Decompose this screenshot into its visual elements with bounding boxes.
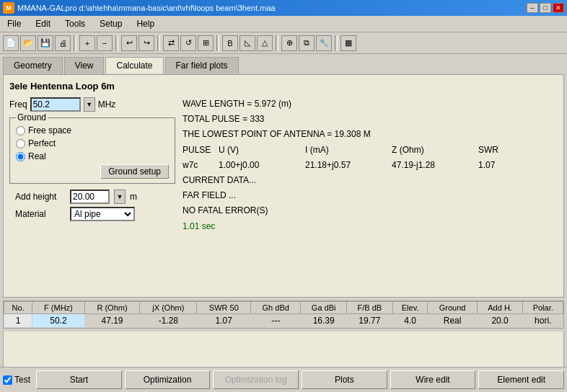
pulse-data-row: w7c 1.00+j0.00 21.18+j0.57 47.19-j1.28 1… — [183, 159, 558, 172]
right-panel: WAVE LENGTH = 5.972 (m) TOTAL PULSE = 33… — [183, 97, 558, 235]
radio-freespace[interactable]: Free space — [16, 125, 169, 135]
add-height-label: Add height — [15, 192, 66, 202]
add-height-row: Add height ▼ m — [9, 190, 175, 204]
extra-line-0: CURRENT DATA... — [183, 174, 558, 187]
title-bar: M MMANA-GALpro d:\ahtehha\mmana-basic\an… — [0, 0, 567, 16]
tb-rotate[interactable]: ↺ — [180, 35, 196, 51]
add-height-dropdown[interactable]: ▼ — [114, 190, 126, 204]
pulse-header-row: PULSE U (V) I (mA) Z (Ohm) SWR — [183, 143, 558, 157]
tabs: Geometry View Calculate Far field plots — [0, 54, 567, 74]
freq-unit: MHz — [98, 99, 116, 110]
start-button[interactable]: Start — [36, 370, 122, 389]
info-lowestpoint: THE LOWEST POINT OF ANTENNA = 19.308 M — [183, 128, 558, 141]
th-gadbi: Ga dBi — [301, 302, 347, 314]
td-ground: Real — [428, 314, 477, 328]
ground-setup-button[interactable]: Ground setup — [100, 164, 169, 179]
td-gadbi: 16.39 — [301, 314, 347, 328]
th-freq: F (MHz) — [32, 302, 85, 314]
tb-b1[interactable]: B — [222, 35, 238, 51]
plots-button[interactable]: Plots — [302, 370, 387, 389]
radio-perfect-label: Perfect — [28, 138, 56, 148]
tb-new[interactable]: 📄 — [3, 35, 19, 51]
extra-line-3: 1.01 sec — [183, 220, 558, 233]
menu-setup[interactable]: Setup — [95, 17, 126, 30]
th-elev: Elev. — [392, 302, 428, 314]
tb-grid[interactable]: ⊞ — [198, 35, 214, 51]
td-freq: 50.2 — [32, 314, 85, 328]
table-row[interactable]: 1 50.2 47.19 -1.28 1.07 --- 16.39 19.77 … — [4, 314, 563, 328]
tb-sub[interactable]: − — [97, 35, 113, 51]
th-addh: Add H. — [477, 302, 523, 314]
maximize-button[interactable]: □ — [540, 3, 551, 13]
tb-copy[interactable]: ⧉ — [299, 35, 315, 51]
td-swr50: 1.07 — [197, 314, 251, 328]
td-elev: 4.0 — [392, 314, 428, 328]
td-rohm: 47.19 — [84, 314, 139, 328]
test-checkbox[interactable] — [3, 375, 12, 385]
tb-b3[interactable]: △ — [257, 35, 273, 51]
radio-perfect-input[interactable] — [16, 139, 25, 148]
tb-undo[interactable]: ↩ — [121, 35, 137, 51]
add-height-input[interactable] — [70, 190, 110, 204]
menu-bar: File Edit Tools Setup Help — [0, 16, 567, 32]
tab-calculate[interactable]: Calculate — [105, 57, 163, 74]
radio-real-input[interactable] — [16, 152, 25, 161]
tb-wrench[interactable]: 🔧 — [316, 35, 332, 51]
freq-row: Freq ▼ MHz — [9, 97, 175, 112]
tab-view[interactable]: View — [64, 57, 105, 74]
freq-dropdown[interactable]: ▼ — [84, 97, 95, 112]
menu-file[interactable]: File — [3, 17, 25, 30]
td-ghdbd: --- — [251, 314, 301, 328]
extra-line-2: NO FATAL ERROR(S) — [183, 204, 558, 218]
add-height-unit: m — [130, 192, 137, 202]
material-select[interactable]: Al pipe — [70, 207, 135, 221]
tb-crosshair[interactable]: ⊕ — [281, 35, 297, 51]
tb-print[interactable]: 🖨 — [55, 35, 71, 51]
th-no: No. — [4, 302, 32, 314]
optimization-log-button[interactable]: Optimization log — [213, 370, 299, 389]
tb-add[interactable]: + — [79, 35, 95, 51]
element-edit-button[interactable]: Element edit — [478, 370, 564, 389]
td-fbdb: 19.77 — [347, 314, 393, 328]
tab-geometry[interactable]: Geometry — [3, 57, 63, 74]
data-table-wrapper: No. F (MHz) R (Ohm) jX (Ohm) SWR 50 Gh d… — [3, 300, 564, 329]
menu-tools[interactable]: Tools — [61, 17, 89, 30]
radio-freespace-input[interactable] — [16, 126, 25, 135]
tb-sep2 — [115, 35, 118, 51]
pulse-header-0: PULSE — [183, 143, 219, 157]
bottom-bar: Test Start Optimization Optimization log… — [0, 367, 567, 392]
tb-save[interactable]: 💾 — [38, 35, 53, 51]
pulse-header-2: I (mA) — [305, 143, 392, 157]
left-panel: Freq ▼ MHz Ground Free space Perfect Rea… — [9, 97, 175, 235]
test-label: Test — [14, 375, 30, 385]
radio-freespace-label: Free space — [28, 125, 71, 135]
tb-b2[interactable]: ◺ — [239, 35, 255, 51]
radio-real[interactable]: Real — [16, 151, 169, 161]
tab-farfield[interactable]: Far field plots — [165, 57, 239, 74]
optimization-button[interactable]: Optimization — [125, 370, 211, 389]
close-button[interactable]: ✕ — [553, 3, 564, 13]
freq-input[interactable] — [30, 97, 81, 112]
th-fbdb: F/B dB — [347, 302, 393, 314]
app-icon: M — [3, 2, 14, 14]
pulse-data-1: 1.00+j0.00 — [219, 159, 305, 172]
td-jxohm: -1.28 — [140, 314, 197, 328]
tb-sep6 — [335, 35, 338, 51]
material-row: Material Al pipe — [9, 207, 175, 221]
menu-edit[interactable]: Edit — [31, 17, 55, 30]
pulse-header-3: Z (Ohm) — [392, 143, 478, 157]
tb-open[interactable]: 📂 — [20, 35, 36, 51]
toolbar: 📄 📂 💾 🖨 + − ↩ ↪ ⇄ ↺ ⊞ B ◺ △ ⊕ ⧉ 🔧 ▦ — [0, 32, 567, 54]
th-rohm: R (Ohm) — [84, 302, 139, 314]
ground-group: Ground Free space Perfect Real Ground se… — [9, 117, 175, 184]
tb-table[interactable]: ▦ — [340, 35, 356, 51]
pulse-data-4: 1.07 — [478, 159, 522, 172]
tb-redo[interactable]: ↪ — [139, 35, 154, 51]
wire-edit-button[interactable]: Wire edit — [390, 370, 476, 389]
td-no: 1 — [4, 314, 32, 328]
radio-perfect[interactable]: Perfect — [16, 138, 169, 148]
menu-help[interactable]: Help — [132, 17, 159, 30]
tb-move[interactable]: ⇄ — [163, 35, 179, 51]
tb-sep3 — [157, 35, 160, 51]
minimize-button[interactable]: – — [527, 3, 538, 13]
